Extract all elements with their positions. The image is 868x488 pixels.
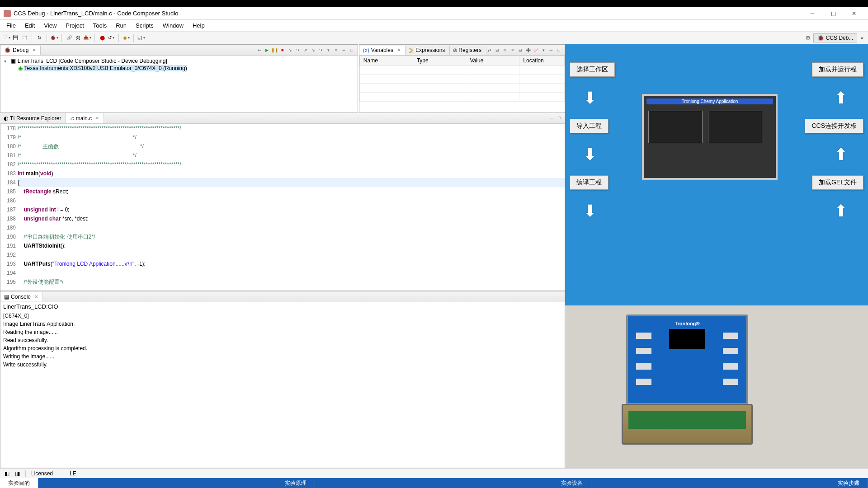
terminate-button[interactable]: ■: [279, 47, 286, 53]
save-button[interactable]: 💾: [12, 34, 19, 42]
footer-tab-principle[interactable]: 实验原理: [277, 478, 315, 488]
menu-scripts[interactable]: Scripts: [131, 21, 158, 30]
console-view: ▤ Console ✕ LinerTrans_LCD:CIO [C674X_0]…: [0, 291, 565, 468]
perspective-ccs-debug[interactable]: 🐞 CCS Deb...: [813, 33, 858, 42]
restart-cpu-button[interactable]: ↺: [108, 34, 115, 42]
debug-session[interactable]: ▾ ▣ LinerTrans_LCD [Code Composer Studio…: [4, 57, 354, 65]
var-icon: (x): [363, 47, 369, 53]
menubar: File Edit View Project Tools Run Scripts…: [0, 20, 868, 32]
footer-tab-steps[interactable]: 实验步骤: [830, 478, 868, 488]
flow-ccs-connect: CCS连接开发板: [805, 119, 863, 133]
expr-icon: ⅀: [409, 47, 414, 53]
footer-tab-equipment[interactable]: 实验设备: [553, 478, 591, 488]
code-editor[interactable]: 178179180 181182183 184185186 187188189 …: [0, 124, 565, 291]
statusbar: ◧ ◨ Licensed LE: [0, 468, 868, 478]
minimize-icon[interactable]: ─: [548, 47, 554, 53]
connect-button[interactable]: 🔗: [66, 34, 73, 42]
menu-run[interactable]: Run: [111, 21, 131, 30]
maximize-icon[interactable]: □: [556, 47, 562, 53]
step-return-button[interactable]: ↗: [302, 47, 309, 53]
pcb-image-right: [708, 111, 762, 143]
maximize-icon[interactable]: □: [349, 47, 355, 53]
restart-button[interactable]: ↻: [36, 34, 43, 42]
hardware-photo: Tronlong®: [565, 305, 868, 468]
maximize-icon[interactable]: □: [556, 115, 562, 121]
menu-icon[interactable]: ▾: [326, 47, 332, 53]
col-type[interactable]: Type: [413, 56, 466, 66]
device-lid: Tronlong®: [626, 314, 748, 405]
menu-help[interactable]: Help: [188, 21, 209, 30]
variables-table[interactable]: Name Type Value Location: [359, 56, 565, 102]
arrow-down-icon: ⬇: [583, 202, 597, 221]
debug-button[interactable]: 🐞: [51, 34, 58, 42]
footer-tabs: 实验目的 实验原理 实验设备 实验步骤: [0, 478, 868, 488]
del-icon[interactable]: ✕: [509, 47, 516, 53]
status-icon: ◨: [15, 470, 20, 477]
new-icon[interactable]: ➕: [525, 47, 531, 53]
menu-view[interactable]: View: [39, 21, 61, 30]
variables-tab[interactable]: (x) Variables ✕: [359, 46, 406, 55]
col-name[interactable]: Name: [359, 56, 413, 66]
asm-step-over-button[interactable]: ↷: [318, 47, 324, 53]
load-button[interactable]: 📥: [84, 34, 91, 42]
close-button[interactable]: ✕: [844, 7, 864, 20]
disconnect-button[interactable]: ⛓: [75, 34, 82, 42]
expressions-tab[interactable]: ⅀ Expressions: [406, 46, 450, 55]
menu-tools[interactable]: Tools: [89, 21, 111, 30]
save-all-button[interactable]: 📑: [21, 34, 28, 42]
menu-file[interactable]: File: [2, 21, 20, 30]
refresh-icon[interactable]: ↻: [502, 47, 508, 53]
minimize-icon[interactable]: ─: [548, 115, 555, 121]
lcd-preview: Tronlong Chemy Application: [642, 94, 778, 180]
asm-step-into-button[interactable]: ↘: [310, 47, 316, 53]
view-menu-icon[interactable]: ▿: [333, 47, 340, 53]
debug-thread[interactable]: ◉ Texas Instruments XDS100v2 USB Emulato…: [4, 65, 354, 72]
open-perspective-button[interactable]: ⊞: [804, 34, 811, 42]
footer-tab-purpose[interactable]: 实验目的: [0, 478, 38, 488]
tab-resource-explorer[interactable]: ◐ TI Resource Explorer: [0, 113, 66, 123]
minimize-icon[interactable]: ─: [341, 47, 347, 53]
console-output[interactable]: [C674X_0] Image LinerTrans Application. …: [0, 311, 565, 468]
pause-button[interactable]: ❚❚: [272, 47, 278, 53]
collapse-icon[interactable]: ⊟: [517, 47, 524, 53]
chip-icon: ▣: [11, 58, 16, 64]
reset-button[interactable]: ⬤: [99, 34, 106, 42]
maximize-button[interactable]: ▢: [823, 7, 844, 20]
tab-main-c[interactable]: .c main.c ✕: [66, 113, 104, 123]
registers-tab[interactable]: ⎚ Registers: [450, 46, 486, 55]
close-icon[interactable]: ✕: [95, 116, 99, 121]
menu-edit[interactable]: Edit: [20, 21, 39, 30]
status-le: LE: [64, 470, 82, 477]
console-tab[interactable]: ▤ Console ✕: [0, 292, 43, 301]
menu-window[interactable]: Window: [158, 21, 188, 30]
col-location[interactable]: Location: [519, 56, 565, 66]
editor-tabbar: ◐ TI Resource Explorer .c main.c ✕ ─ □: [0, 113, 565, 124]
thread-icon: ◉: [18, 65, 23, 71]
step-over-button[interactable]: ↷: [295, 47, 301, 53]
graph-icon[interactable]: 📈: [533, 47, 539, 53]
tree-icon[interactable]: ⊟: [494, 47, 500, 53]
close-icon[interactable]: ✕: [34, 294, 38, 299]
collapse-icon[interactable]: ⇤: [256, 47, 263, 53]
flow-build-project: 编译工程: [570, 175, 609, 190]
menu-project[interactable]: Project: [61, 21, 88, 30]
toggle-icon[interactable]: ⇄: [486, 47, 493, 53]
debug-view: 🐞 Debug ✕ ⇤ ▶ ❚❚ ■ ↘ ↷ ↗ ↘ ↷ ▾: [0, 44, 358, 113]
console-title: LinerTrans_LCD:CIO: [0, 302, 565, 311]
minimize-button[interactable]: ─: [802, 7, 823, 20]
target-button[interactable]: ◉: [123, 34, 130, 42]
step-into-button[interactable]: ↘: [287, 47, 293, 53]
resume-button[interactable]: ▶: [264, 47, 270, 53]
ea-button[interactable]: 📊: [137, 34, 145, 42]
col-value[interactable]: Value: [466, 56, 519, 66]
arrow-up-icon: ⬆: [834, 202, 848, 221]
device-screen: [669, 329, 705, 349]
new-button[interactable]: 📄: [3, 34, 10, 42]
debug-tab[interactable]: 🐞 Debug ✕: [0, 46, 41, 55]
variables-view: (x) Variables ✕ ⅀ Expressions ⎚ Register…: [359, 44, 565, 113]
close-icon[interactable]: ✕: [397, 47, 401, 52]
close-icon[interactable]: ✕: [32, 47, 36, 52]
menu-icon[interactable]: ▾: [540, 47, 547, 53]
perspective-more[interactable]: »: [859, 35, 865, 40]
pcb-image-left: [648, 111, 703, 143]
